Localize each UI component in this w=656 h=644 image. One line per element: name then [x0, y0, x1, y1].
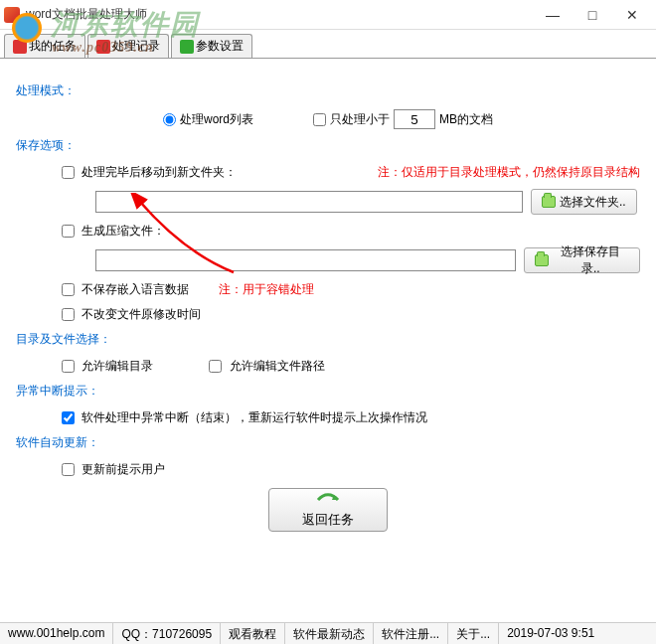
radio-process-list[interactable]: 处理word列表	[163, 111, 253, 128]
checkbox-move-after-input[interactable]	[62, 166, 75, 179]
status-datetime: 2019-07-03 9:51	[499, 623, 656, 644]
move-note: 注：仅适用于目录处理模式，仍然保持原目录结构	[378, 164, 640, 181]
return-arrow-icon	[316, 491, 340, 509]
status-news[interactable]: 软件最新动态	[285, 623, 374, 644]
checkbox-keep-mtime-input[interactable]	[62, 308, 75, 321]
checkbox-label: 更新前提示用户	[82, 462, 165, 476]
tab-my-tasks[interactable]: 我的任务	[4, 34, 85, 58]
status-qq[interactable]: QQ：710726095	[113, 623, 221, 644]
status-bar: www.001help.com QQ：710726095 观看教程 软件最新动态…	[0, 622, 656, 644]
status-about[interactable]: 关于...	[448, 623, 499, 644]
status-register[interactable]: 软件注册...	[374, 623, 448, 644]
button-label: 返回任务	[302, 511, 354, 529]
checkbox-resume-prompt-input[interactable]	[62, 411, 75, 424]
tab-label: 处理记录	[112, 38, 160, 55]
status-tutorial[interactable]: 观看教程	[221, 623, 285, 644]
checkbox-label: 不改变文件原修改时间	[82, 307, 201, 321]
choose-folder-button[interactable]: 选择文件夹..	[531, 189, 637, 215]
folder-icon	[535, 254, 549, 266]
tab-bar: 我的任务 处理记录 参数设置	[0, 30, 656, 59]
checkbox-zip[interactable]: 生成压缩文件：	[62, 223, 165, 240]
checkbox-edit-dir-input[interactable]	[62, 360, 75, 373]
checkbox-update-prompt[interactable]: 更新前提示用户	[62, 461, 165, 478]
section-dir: 目录及文件选择：	[16, 331, 640, 348]
checkbox-no-lang-input[interactable]	[62, 283, 75, 296]
checkbox-label: 只处理小于	[330, 111, 390, 128]
section-mode: 处理模式：	[16, 82, 640, 99]
settings-icon	[180, 40, 194, 54]
choose-save-dir-button[interactable]: 选择保存目录..	[524, 247, 640, 273]
checkbox-no-lang[interactable]: 不保存嵌入语言数据	[62, 281, 189, 298]
checkbox-edit-path-input[interactable]	[209, 360, 222, 373]
checkbox-label: 处理完毕后移动到新文件夹：	[82, 165, 237, 179]
minimize-button[interactable]: —	[533, 1, 573, 29]
checkbox-move-after[interactable]: 处理完毕后移动到新文件夹：	[62, 164, 237, 181]
section-save: 保存选项：	[16, 137, 640, 154]
checkbox-update-prompt-input[interactable]	[62, 463, 75, 476]
checkbox-label: 不保存嵌入语言数据	[82, 282, 189, 296]
nolang-note: 注：用于容错处理	[219, 281, 314, 298]
section-err: 异常中断提示：	[16, 383, 640, 400]
tab-label: 参数设置	[196, 38, 244, 55]
radio-process-list-input[interactable]	[163, 113, 176, 126]
app-icon	[4, 7, 20, 23]
section-update: 软件自动更新：	[16, 434, 640, 451]
folder-icon	[542, 196, 556, 208]
logs-icon	[96, 40, 110, 54]
checkbox-keep-mtime[interactable]: 不改变文件原修改时间	[62, 306, 201, 323]
button-label: 选择保存目录..	[553, 243, 629, 277]
tasks-icon	[13, 40, 27, 54]
move-path-input[interactable]	[95, 191, 523, 213]
checkbox-label: 允许编辑文件路径	[230, 359, 325, 373]
checkbox-size-limit[interactable]: 只处理小于 MB的文档	[313, 109, 493, 129]
checkbox-edit-path[interactable]: 允许编辑文件路径	[209, 358, 324, 375]
size-input[interactable]	[394, 109, 435, 129]
tab-settings[interactable]: 参数设置	[171, 34, 252, 58]
checkbox-label: 软件处理中异常中断（结束），重新运行软件时提示上次操作情况	[82, 410, 427, 424]
close-button[interactable]: ✕	[612, 1, 652, 29]
window-title: word文档批量处理大师	[26, 6, 533, 23]
status-website[interactable]: www.001help.com	[0, 623, 113, 644]
content-area: 处理模式： 处理word列表 只处理小于 MB的文档 保存选项： 处理完毕后移动…	[0, 59, 656, 540]
checkbox-label: 允许编辑目录	[82, 359, 153, 373]
radio-label: 处理word列表	[180, 111, 253, 128]
maximize-button[interactable]: □	[573, 1, 612, 29]
checkbox-resume-prompt[interactable]: 软件处理中异常中断（结束），重新运行软件时提示上次操作情况	[62, 409, 427, 426]
checkbox-edit-dir[interactable]: 允许编辑目录	[62, 358, 153, 375]
checkbox-label: 生成压缩文件：	[82, 224, 165, 238]
tab-logs[interactable]: 处理记录	[87, 34, 169, 58]
zip-path-input[interactable]	[95, 249, 516, 271]
size-suffix: MB的文档	[439, 111, 493, 128]
checkbox-zip-input[interactable]	[62, 225, 75, 238]
checkbox-size-limit-input[interactable]	[313, 113, 326, 126]
tab-label: 我的任务	[29, 38, 77, 55]
titlebar: word文档批量处理大师 — □ ✕	[0, 0, 656, 30]
button-label: 选择文件夹..	[560, 194, 626, 211]
return-button[interactable]: 返回任务	[268, 488, 388, 532]
